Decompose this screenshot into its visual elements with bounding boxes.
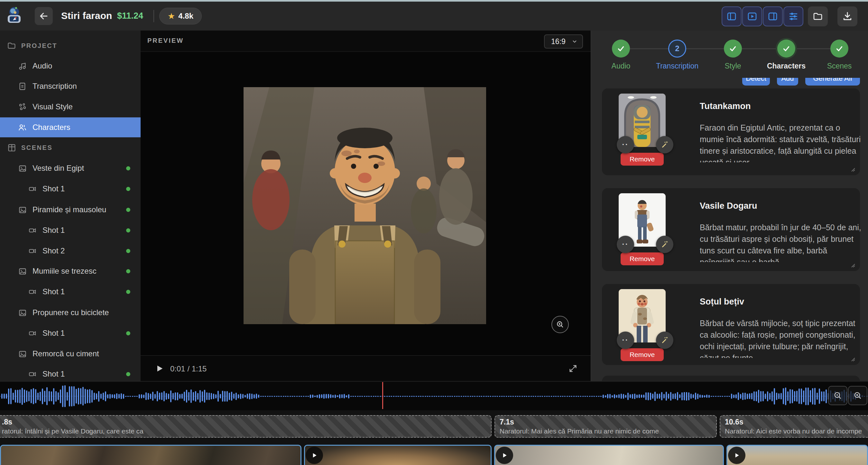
character-name: Vasile Dogaru (700, 201, 757, 211)
project-section-header: PROJECT (7, 39, 57, 52)
preview-panel: PREVIEW 16:9 (141, 31, 591, 381)
step-scenes[interactable] (830, 39, 848, 58)
remove-character-button[interactable]: Remove (621, 153, 664, 166)
video-clip[interactable] (726, 445, 868, 465)
character-description-input[interactable]: Bărbat matur, probabil în jur de 40–50 d… (700, 222, 862, 262)
sidebar-shot[interactable]: Shot 1 (0, 323, 141, 343)
step-style[interactable] (724, 39, 742, 58)
resize-handle-icon[interactable] (850, 167, 856, 172)
zoom-preview-button[interactable] (551, 316, 569, 333)
sidebar-shot[interactable]: Shot 1 (0, 220, 141, 240)
sidebar-scene-remorca[interactable]: Remorcă cu ciment (0, 344, 141, 364)
characters-panel: Detect Add Generate All Audio 2 Transcri… (591, 31, 868, 381)
timeline-zoom-in-button[interactable] (848, 386, 867, 405)
preview-panel-toggle-button[interactable] (742, 6, 762, 26)
play-panel-icon (747, 11, 757, 22)
magnifier-plus-icon (853, 391, 862, 400)
sidebar-shot[interactable]: Shot 2 (0, 241, 141, 261)
sidebar-shot[interactable]: Shot 1 (0, 282, 141, 302)
dots-icon: ·· (622, 243, 629, 246)
workflow-steps: Audio 2 Transcription Style Characters S… (591, 31, 868, 78)
timeline-zoom-out-button[interactable] (828, 386, 847, 405)
star-icon: ★ (167, 11, 175, 21)
step-label: Scenes (810, 62, 868, 70)
aspect-ratio-dropdown[interactable]: 16:9 (544, 34, 583, 48)
folder-icon (7, 41, 16, 50)
step-audio[interactable] (612, 39, 630, 58)
resize-handle-icon[interactable] (850, 357, 856, 362)
character-name: Soțul bețiv (700, 297, 744, 307)
status-dot (126, 187, 130, 191)
sidebar-shot[interactable]: Shot 1 (0, 179, 141, 199)
video-clip[interactable] (0, 445, 302, 465)
character-description-input[interactable]: Faraon din Egiptul Antic, prezentat ca o… (700, 122, 862, 162)
resize-handle-icon[interactable] (850, 263, 856, 268)
sidebar-scene-piramide[interactable]: Piramide și mausoleu (0, 200, 141, 220)
character-description-input[interactable]: Bărbat de vârstă mijlocie, soț tipic pre… (700, 318, 862, 358)
video-clip[interactable] (304, 445, 492, 465)
sidebar-item-characters[interactable]: Characters (0, 118, 141, 137)
video-frame[interactable] (244, 87, 486, 324)
drag-handle-button[interactable]: ·· (617, 332, 634, 349)
rating-badge[interactable]: ★ 4.8k (159, 8, 202, 25)
clip-play-button[interactable] (306, 447, 323, 464)
project-title: Stiri faraon (61, 10, 112, 21)
back-button[interactable] (35, 7, 53, 25)
arrow-left-icon (39, 11, 49, 21)
character-card-tutankamon: ·· Remove Tutankamon Faraon din Egiptul … (602, 89, 860, 175)
preview-title: PREVIEW (147, 37, 184, 44)
status-dot (126, 269, 130, 273)
sidebar-item-visual-style[interactable]: Visual Style (0, 97, 141, 117)
sidebar-item-transcription[interactable]: Transcription (0, 76, 141, 96)
video-clip[interactable] (494, 445, 724, 465)
dots-icon: ·· (622, 339, 629, 342)
status-dot (126, 166, 130, 170)
drag-handle-button[interactable]: ·· (617, 136, 634, 154)
remove-character-button[interactable]: Remove (621, 253, 664, 265)
sliders-icon (788, 11, 799, 22)
transcript-segment[interactable]: 7.1s Naratorul: Mai ales că Primăria nu … (494, 415, 717, 438)
play-icon (311, 452, 317, 459)
regenerate-image-button[interactable] (656, 136, 673, 154)
playhead[interactable] (382, 382, 383, 409)
character-card-vasile-dogaru: ·· Remove Vasile Dogaru Bărbat matur, pr… (602, 188, 860, 271)
step-label: Style (704, 62, 762, 70)
segment-text: Naratorul: Aici este vorba nu doar de in… (725, 427, 862, 435)
sidebar-scene-mumiile[interactable]: Mumiile se trezesc (0, 261, 141, 281)
settings-sliders-button[interactable] (783, 6, 803, 26)
app-window: Stiri faraon $11.24 ★ 4.8k (0, 0, 868, 465)
video-camera-icon (28, 247, 37, 255)
budget-amount: $11.24 (117, 11, 143, 21)
fullscreen-button[interactable] (568, 364, 578, 373)
step-transcription[interactable]: 2 (668, 39, 686, 58)
panel-left-toggle-button[interactable] (722, 6, 742, 26)
step-characters[interactable] (777, 39, 795, 58)
regenerate-image-button[interactable] (656, 236, 673, 253)
drag-handle-button[interactable]: ·· (617, 236, 634, 253)
magnifier-minus-icon (833, 391, 842, 400)
play-button[interactable] (155, 364, 164, 373)
segment-duration: .8s (2, 418, 12, 426)
transcript-segment[interactable]: 10.6s Naratorul: Aici este vorba nu doar… (720, 415, 868, 438)
regenerate-image-button[interactable] (656, 332, 673, 349)
audio-waveform[interactable] (0, 382, 868, 410)
magic-wand-icon (660, 240, 669, 248)
status-dot (126, 208, 130, 212)
open-folder-button[interactable] (808, 6, 828, 26)
sidebar-item-audio[interactable]: Audio (0, 56, 141, 76)
magic-wand-icon (660, 140, 669, 149)
timeline: .8s ratorul: întâlni și pe Vasile Dogaru… (0, 381, 868, 465)
clip-play-button[interactable] (728, 447, 745, 464)
document-icon (18, 82, 27, 91)
download-button[interactable] (837, 6, 857, 26)
sidebar-scene-veste-din-egipt[interactable]: Veste din Egipt (0, 158, 141, 178)
image-icon (18, 308, 27, 317)
play-icon (734, 452, 740, 459)
video-camera-icon (28, 226, 37, 234)
sidebar-scene-propunere[interactable]: Propunere cu biciclete (0, 303, 141, 323)
clip-play-button[interactable] (496, 447, 513, 464)
panel-right-toggle-button[interactable] (763, 6, 783, 26)
remove-character-button[interactable]: Remove (621, 348, 664, 361)
transcript-segment[interactable]: .8s ratorul: întâlni și pe Vasile Dogaru… (0, 415, 492, 438)
sidebar-shot[interactable]: Shot 1 (0, 364, 141, 381)
